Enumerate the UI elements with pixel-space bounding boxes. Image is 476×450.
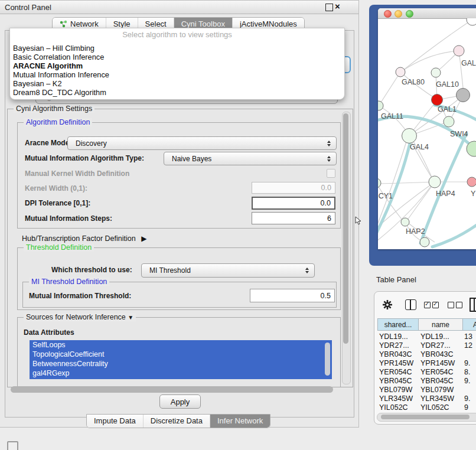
node-gcy1[interactable] <box>378 178 381 188</box>
node-label: GAL <box>461 59 476 67</box>
settings-horizontal-scrollbar-thumb[interactable] <box>11 386 333 393</box>
algorithm-option-selected[interactable]: ARACNE Algorithm <box>13 61 83 70</box>
node-red-selected[interactable] <box>432 94 443 106</box>
settings-vertical-scrollbar-thumb[interactable] <box>343 113 348 344</box>
attribute-item[interactable]: gal4RGexp <box>30 369 332 378</box>
attribute-item[interactable]: SelfLoops <box>30 340 332 350</box>
node-label: GCY1 <box>378 192 393 200</box>
column-header-shared-name[interactable]: shared... <box>377 318 419 331</box>
algorithm-option[interactable]: Bayesian – Hill Climbing <box>13 44 94 53</box>
table-horizontal-scrollbar[interactable] <box>377 413 476 422</box>
table-row[interactable]: YBL079WYBL079W <box>374 386 476 394</box>
cyni-algorithm-settings-group: Cyni Algorithm Settings Algorithm Defini… <box>7 109 353 387</box>
settings-vertical-scrollbar[interactable] <box>342 112 351 384</box>
settings-group-title: Cyni Algorithm Settings <box>14 105 94 113</box>
table-row[interactable]: YLR345WYLR345W9. <box>374 394 476 403</box>
node-gal11[interactable] <box>378 101 383 110</box>
table-row[interactable]: YIL052CYIL052C9 <box>374 403 476 411</box>
node-hap2[interactable] <box>401 218 409 226</box>
combo-spinner-icon <box>327 156 331 162</box>
table-panel-title: Table Panel <box>376 275 416 284</box>
table-row[interactable]: YER054CYER054C8. <box>374 368 476 377</box>
node-bottom[interactable] <box>420 237 429 247</box>
algorithm-option[interactable]: Dream8 DC_TDC Algorithm <box>13 88 106 97</box>
dpi-tolerance-field[interactable]: 0.0 <box>252 197 335 210</box>
algorithm-option[interactable]: Bayesian – K2 <box>13 79 62 88</box>
table-row[interactable]: YDL19...YDL19...13 <box>374 332 476 341</box>
hub-tf-definition-expander[interactable]: Hub/Transcription Factor Definition ▶ <box>22 234 146 243</box>
node-salmon[interactable] <box>467 177 476 187</box>
aracne-mode-combobox[interactable]: Discovery <box>67 136 337 150</box>
traffic-light-minimize[interactable] <box>395 10 402 18</box>
screen: Control Panel × Network Style Select Cyn… <box>0 0 476 450</box>
column-browser-icon[interactable] <box>405 299 416 310</box>
tab-infer-network[interactable]: Infer Network <box>210 415 270 428</box>
apply-button[interactable]: Apply <box>159 394 201 409</box>
table-options-icon[interactable] <box>470 298 476 312</box>
network-icon <box>60 20 67 28</box>
traffic-light-zoom[interactable] <box>406 10 413 18</box>
algorithm-option[interactable]: Mutual Information Inference <box>13 70 109 79</box>
attributes-list-scrollbar-thumb[interactable] <box>325 343 330 376</box>
network-canvas[interactable]: GAL GAL80 GAL10 GAL1 GAL11 SWI4 GAL4 GCY… <box>378 18 476 249</box>
mi-algorithm-type-label: Mutual Information Algorithm Type: <box>25 154 144 162</box>
kernel-width-label: Kernel Width (0,1): <box>25 184 87 193</box>
control-panel-window: Control Panel × Network Style Select Cyn… <box>0 0 359 428</box>
combo-spinner-icon <box>327 141 331 146</box>
minimized-panel-icon[interactable] <box>7 441 18 450</box>
settings-gear-icon[interactable] <box>382 299 393 310</box>
sources-group-title[interactable]: Sources for Network Inference ▼ <box>24 313 136 321</box>
node-gal80[interactable] <box>396 67 405 77</box>
node-label: Y <box>471 190 476 198</box>
traffic-light-close[interactable] <box>384 10 392 18</box>
deselect-checkbox-icon[interactable] <box>448 302 454 308</box>
node-label: HAP4 <box>436 190 455 198</box>
mi-threshold-field[interactable]: 0.5 <box>250 289 335 302</box>
node-unlabeled[interactable] <box>467 18 476 25</box>
node-label: GAL10 <box>436 80 459 89</box>
mi-threshold-definition-title: MI Threshold Definition <box>29 278 109 286</box>
network-view-frame: GAL GAL80 GAL10 GAL1 GAL11 SWI4 GAL4 GCY… <box>369 5 476 266</box>
tab-impute-data[interactable]: Impute Data <box>87 415 143 428</box>
kernel-width-field[interactable]: 0.0 <box>252 182 335 194</box>
table-row[interactable]: YBR045CYBR045C9. <box>374 377 476 386</box>
network-window: GAL GAL80 GAL10 GAL1 GAL11 SWI4 GAL4 GCY… <box>378 8 476 249</box>
manual-kernel-width-checkbox[interactable] <box>327 169 335 178</box>
manual-kernel-width-label: Manual Kernel Width Definition <box>25 169 129 178</box>
attribute-item[interactable]: BetweennessCentrality <box>30 359 332 369</box>
deselect-checkbox-icon[interactable] <box>456 302 462 308</box>
node-label: GAL11 <box>381 112 403 120</box>
sources-group: Sources for Network Inference ▼ Data Att… <box>17 317 341 387</box>
table-row[interactable]: YPR145WYPR145W9. <box>374 359 476 368</box>
mi-algorithm-type-combobox[interactable]: Naive Bayes <box>164 152 337 165</box>
select-all-checkbox-icon[interactable]: ✓ <box>432 302 439 308</box>
threshold-definition-group: Threshold Definition Which threshold to … <box>17 247 341 310</box>
which-threshold-combobox[interactable]: MI Threshold <box>141 263 315 278</box>
column-header-clipped[interactable]: A <box>462 318 476 331</box>
column-header-name[interactable]: name <box>418 318 463 331</box>
select-all-checkbox-icon[interactable]: ✓ <box>424 302 431 308</box>
node-gal10[interactable] <box>431 68 441 77</box>
node-label: GAL80 <box>402 78 425 86</box>
table-horizontal-scrollbar-thumb[interactable] <box>381 415 470 419</box>
node-gal4[interactable] <box>402 129 417 144</box>
which-threshold-label: Which threshold to use: <box>51 266 132 274</box>
tab-discretize-data[interactable]: Discretize Data <box>143 415 210 428</box>
attribute-item[interactable]: TopologicalCoefficient <box>30 350 332 359</box>
close-window-icon[interactable]: × <box>335 1 340 11</box>
float-window-button[interactable] <box>325 4 333 11</box>
control-panel-title: Control Panel <box>5 3 51 12</box>
table-row[interactable]: YBR043CYBR043C <box>374 350 476 359</box>
mi-steps-field[interactable]: 6 <box>252 212 335 224</box>
network-window-titlebar <box>378 8 476 19</box>
node-hap4[interactable] <box>429 176 441 188</box>
node-gal1[interactable] <box>444 116 454 127</box>
algorithm-option[interactable]: Basic Correlation Inference <box>13 53 104 61</box>
node-label: GAL4 <box>410 143 429 151</box>
table-row[interactable]: YDR27...YDR27...12 <box>374 341 476 350</box>
data-attributes-list[interactable]: SelfLoops TopologicalCoefficient Between… <box>30 340 332 379</box>
algorithm-dropdown-placeholder: Select algorithm to view settings <box>10 30 344 39</box>
node-gray[interactable] <box>457 89 470 102</box>
node-gal-top[interactable] <box>454 45 464 56</box>
algorithm-definition-group: Algorithm Definition Aracne Mode: Discov… <box>17 122 341 229</box>
